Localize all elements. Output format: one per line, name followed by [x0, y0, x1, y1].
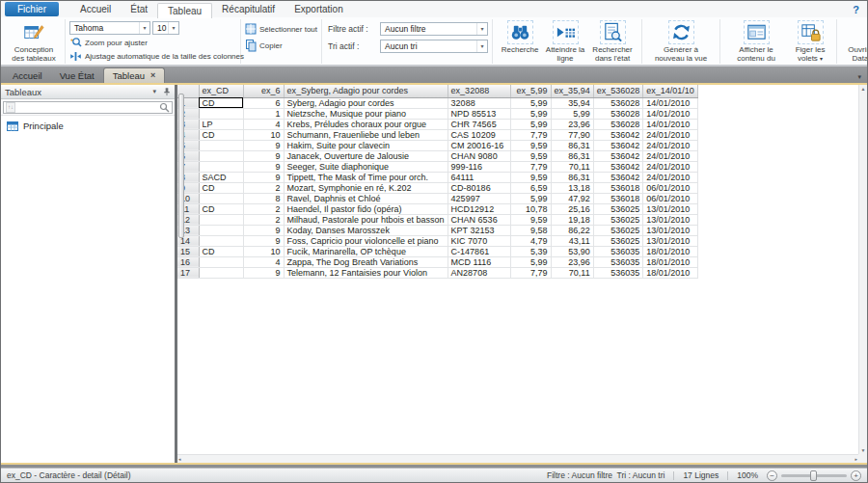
column-header[interactable]: ex_5,99 [510, 85, 551, 97]
table-cell[interactable]: 7,79 [510, 161, 551, 172]
table-cell[interactable]: 35,94 [551, 97, 593, 108]
table-cell[interactable]: 9 [243, 225, 284, 235]
zoom-out-button[interactable]: − [767, 470, 777, 481]
table-cell[interactable]: 10 [243, 246, 284, 256]
vertical-scroll-thumb[interactable] [178, 94, 184, 238]
column-header[interactable]: ex_32088 [448, 85, 510, 97]
scroll-right-icon[interactable]: ▸ [854, 456, 857, 462]
font-name-combo[interactable]: Tahoma ▾ [69, 21, 150, 35]
table-cell[interactable]: Milhaud, Pastorale pour htbois et basson [284, 214, 448, 225]
table-cell[interactable]: CHR 74565 [448, 119, 510, 129]
column-header[interactable]: ex_6 [243, 85, 284, 97]
table-cell[interactable]: 18/01/2010 [643, 267, 698, 278]
table-cell[interactable]: 9,59 [510, 214, 551, 225]
table-cell[interactable]: 25,16 [551, 203, 593, 214]
table-cell[interactable]: 86,31 [551, 150, 593, 161]
list-item-principale[interactable]: Principale [1, 120, 175, 132]
chevron-down-icon[interactable]: ▾ [476, 40, 487, 52]
table-cell[interactable]: 7,79 [510, 267, 551, 278]
table-cell[interactable]: 6 [243, 97, 284, 108]
chevron-down-icon[interactable]: ▾ [152, 88, 156, 95]
column-header[interactable]: ex_536028 [593, 85, 643, 97]
sort-toggle-icon[interactable]: ↑↓ [6, 102, 15, 113]
table-cell[interactable]: Janacek, Ouverture de Jalousie [284, 150, 448, 161]
table-cell[interactable] [199, 140, 243, 150]
table-cell[interactable]: 536025 [593, 235, 643, 246]
table-cell[interactable]: 2 [243, 182, 284, 193]
table-cell[interactable]: LP [199, 119, 243, 129]
table-cell[interactable]: CD [199, 129, 243, 140]
table-cell[interactable]: 19,18 [551, 214, 593, 225]
table-cell[interactable]: Tippett, The Mask of Time pour orch. [284, 172, 448, 182]
table-cell[interactable]: 536018 [593, 182, 643, 193]
table-cell[interactable]: 24/01/2010 [643, 129, 698, 140]
table-cell[interactable]: CAS 10209 [448, 129, 510, 140]
table-cell[interactable] [199, 108, 243, 119]
table-cell[interactable]: 9 [243, 140, 284, 150]
table-cell[interactable]: 5,99 [510, 119, 551, 129]
table-cell[interactable]: 24/01/2010 [643, 140, 698, 150]
table-cell[interactable]: 536025 [593, 203, 643, 214]
open-dps-button[interactable]: Ouvrir la table dans Data Prep Studio [841, 20, 867, 63]
table-cell[interactable]: 8 [243, 193, 284, 203]
table-cell[interactable]: 536042 [593, 140, 643, 150]
table-cell[interactable]: 86,31 [551, 140, 593, 150]
autofit-columns-button[interactable]: Ajustage automatique de la taille des co… [69, 50, 236, 64]
table-cell[interactable]: Schumann, Frauenliebe und leben [284, 129, 448, 140]
pin-icon[interactable] [163, 87, 171, 96]
table-cell[interactable]: NPD 85513 [448, 108, 510, 119]
table-cell[interactable]: 4 [243, 119, 284, 129]
table-cell[interactable]: 86,22 [551, 225, 593, 235]
help-icon[interactable]: ? [849, 4, 863, 15]
table-cell[interactable]: Hakim, Suite pour clavecin [284, 140, 448, 150]
table-cell[interactable]: Mozart, Symphonie en ré, K.202 [284, 182, 448, 193]
table-cell[interactable]: 9,59 [510, 172, 551, 182]
copy-button[interactable]: Copier [245, 39, 317, 52]
table-cell[interactable] [199, 161, 243, 172]
table-cell[interactable]: 536025 [593, 225, 643, 235]
table-cell[interactable]: 13,18 [551, 182, 593, 193]
table-cell[interactable]: 9,59 [510, 150, 551, 161]
zoom-slider-thumb[interactable] [810, 470, 817, 481]
table-cell[interactable]: 13/01/2010 [643, 214, 698, 225]
table-cell[interactable]: 5,99 [510, 256, 551, 267]
table-cell[interactable]: 14/01/2010 [643, 97, 698, 108]
table-cell[interactable]: Nietzsche, Musique pour piano [284, 108, 448, 119]
table-cell[interactable]: 536042 [593, 161, 643, 172]
regenerate-button[interactable]: Générer à nouveau la vue des données [646, 20, 716, 67]
table-cell[interactable]: 13/01/2010 [643, 225, 698, 235]
table-cell[interactable]: 536035 [593, 267, 643, 278]
table-cell[interactable]: 64111 [448, 172, 510, 182]
table-cell[interactable]: 9 [243, 150, 284, 161]
table-cell[interactable]: 9,59 [510, 140, 551, 150]
table-cell[interactable]: 06/01/2010 [643, 193, 698, 203]
table-cell[interactable]: Telemann, 12 Fantaisies pour Violon [284, 267, 448, 278]
table-cell[interactable]: Seeger, Suite diaphonique [284, 161, 448, 172]
table-cell[interactable]: 536042 [593, 129, 643, 140]
table-cell[interactable] [199, 150, 243, 161]
horizontal-scrollbar[interactable]: ◂ ▸ [177, 454, 858, 463]
tab-recapitulatif[interactable]: Récapitulatif [212, 2, 285, 16]
table-cell[interactable]: C-147861 [448, 246, 510, 256]
table-cell[interactable]: 24/01/2010 [643, 172, 698, 182]
table-design-button[interactable]: Conception des tableaux [7, 20, 61, 63]
table-cell[interactable]: 9 [243, 172, 284, 182]
table-cell[interactable]: 536042 [593, 172, 643, 182]
search-report-button[interactable]: Rechercher dans l'état [587, 20, 637, 63]
tab-exportation[interactable]: Exportation [285, 2, 353, 16]
table-cell[interactable]: 536028 [593, 97, 643, 108]
table-cell[interactable]: 43,11 [551, 235, 593, 246]
chevron-down-icon[interactable]: ▾ [139, 22, 149, 34]
table-cell[interactable]: 9 [243, 235, 284, 246]
doc-tab-accueil[interactable]: Accueil [4, 68, 51, 83]
table-cell[interactable]: Syberg, Adagio pour cordes [284, 97, 448, 108]
search-button[interactable]: Recherche [497, 20, 543, 54]
table-cell[interactable]: 14/01/2010 [643, 119, 698, 129]
column-header[interactable]: ex_14/01/10 [643, 85, 698, 97]
field-content-button[interactable]: Afficher le contenu du champ [724, 20, 788, 67]
zoom-in-button[interactable]: + [851, 470, 861, 481]
table-cell[interactable]: 536028 [593, 108, 643, 119]
column-header[interactable]: ex_Syberg, Adagio pour cordes [284, 85, 448, 97]
table-cell[interactable]: Krebs, Préludes choraux pour orgue [284, 119, 448, 129]
table-cell[interactable]: Haendel, Il pastor fido (opéra) [284, 203, 448, 214]
